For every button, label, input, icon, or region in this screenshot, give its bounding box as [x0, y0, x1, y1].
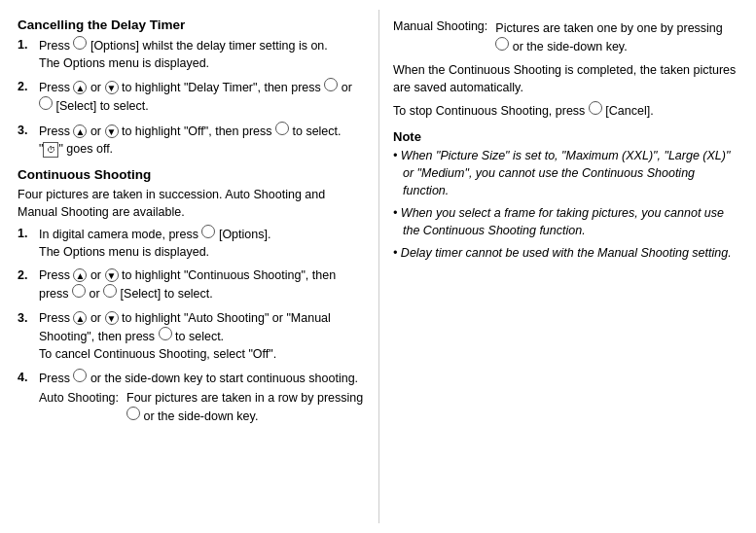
list-item: 4. Press or the side-down key to start c…	[18, 369, 367, 425]
select-s2-2	[72, 284, 86, 298]
section2-intro: Four pictures are taken in succession. A…	[18, 186, 367, 221]
select-s2-3	[159, 327, 172, 340]
para2: To stop Continuous Shooting, press [Canc…	[393, 101, 738, 120]
note-item: When you select a frame for taking pictu…	[393, 204, 738, 239]
nav-down-s2: ▼	[105, 268, 119, 282]
manual-shooting-text: Pictures are taken one by one by pressin…	[495, 19, 738, 55]
manual-shooting-block: Manual Shooting: Pictures are taken one …	[393, 19, 738, 55]
auto-shooting-block: Auto Shooting: Four pictures are taken i…	[39, 389, 367, 425]
select-circle-icon	[324, 78, 338, 91]
nav-up-s2: ▲	[73, 268, 87, 282]
list-item: 2. Press ▲ or ▼ to highlight "Delay Time…	[18, 78, 367, 115]
list-content: Press ▲ or ▼ to highlight "Continuous Sh…	[39, 266, 367, 302]
options-icon-1	[73, 36, 87, 50]
list-number: 3.	[18, 122, 37, 158]
para1: When the Continuous Shooting is complete…	[393, 61, 738, 96]
section1-list: 1. Press [Options] whilst the delay time…	[18, 36, 367, 158]
list-number: 3.	[18, 309, 37, 363]
manual-shooting-label: Manual Shooting:	[393, 19, 495, 55]
left-column: Cancelling the Delay Timer 1. Press [Opt…	[0, 10, 379, 523]
section2-container: Continuous Shooting Four pictures are ta…	[18, 167, 367, 426]
select-icon-3	[275, 122, 289, 135]
list-content: Press ▲ or ▼ to highlight "Auto Shooting…	[39, 309, 367, 363]
options-s2-2	[103, 284, 117, 298]
note-section: Note When "Picture Size" is set to, "Max…	[393, 129, 738, 263]
note-title: Note	[393, 129, 738, 144]
nav-down-icon-2: ▼	[105, 124, 119, 138]
cancel-icon	[589, 101, 602, 115]
section1-title: Cancelling the Delay Timer	[18, 18, 367, 32]
page-container: Cancelling the Delay Timer 1. Press [Opt…	[0, 0, 756, 533]
auto-shooting-text: Four pictures are taken in a row by pres…	[126, 389, 367, 425]
list-item: 3. Press ▲ or ▼ to highlight "Off", then…	[18, 122, 367, 158]
note-item: Delay timer cannot be used with the Manu…	[393, 244, 738, 262]
list-content: Press ▲ or ▼ to highlight "Delay Timer",…	[39, 78, 367, 115]
auto-shooting-label: Auto Shooting:	[39, 389, 126, 425]
section2-list: 1. In digital camera mode, press [Option…	[18, 225, 367, 425]
press-icon-auto	[126, 407, 140, 420]
list-number: 1.	[18, 225, 37, 261]
list-item: 1. Press [Options] whilst the delay time…	[18, 36, 367, 72]
list-number: 2.	[18, 78, 37, 115]
nav-up-icon-2: ▲	[73, 124, 87, 138]
note-list: When "Picture Size" is set to, "Maximum …	[393, 147, 738, 263]
list-number: 4.	[18, 369, 37, 425]
list-content: Press or the side-down key to start cont…	[39, 369, 367, 425]
list-content: Press [Options] whilst the delay timer s…	[39, 36, 367, 72]
nav-down-icon: ▼	[105, 81, 119, 94]
note-item: When "Picture Size" is set to, "Maximum …	[393, 147, 738, 199]
list-number: 2.	[18, 266, 37, 302]
list-item: 3. Press ▲ or ▼ to highlight "Auto Shoot…	[18, 309, 367, 363]
right-column: Manual Shooting: Pictures are taken one …	[379, 10, 756, 523]
options-icon-s2-1	[201, 225, 215, 238]
nav-up-icon: ▲	[73, 81, 87, 94]
options-icon-2	[39, 96, 53, 110]
list-content: Press ▲ or ▼ to highlight "Off", then pr…	[39, 122, 367, 158]
nav-down-s2-3: ▼	[105, 311, 119, 325]
timer-icon: ⏱	[43, 142, 58, 158]
list-item: 1. In digital camera mode, press [Option…	[18, 225, 367, 261]
list-content: In digital camera mode, press [Options].…	[39, 225, 367, 261]
section2-title: Continuous Shooting	[18, 167, 367, 182]
select-s2-4	[73, 369, 87, 382]
list-item: 2. Press ▲ or ▼ to highlight "Continuous…	[18, 266, 367, 302]
page-wrapper: Cancelling the Delay Timer 1. Press [Opt…	[0, 0, 756, 533]
nav-up-s2-3: ▲	[73, 311, 87, 325]
press-icon-manual	[495, 37, 509, 51]
list-number: 1.	[18, 36, 37, 72]
